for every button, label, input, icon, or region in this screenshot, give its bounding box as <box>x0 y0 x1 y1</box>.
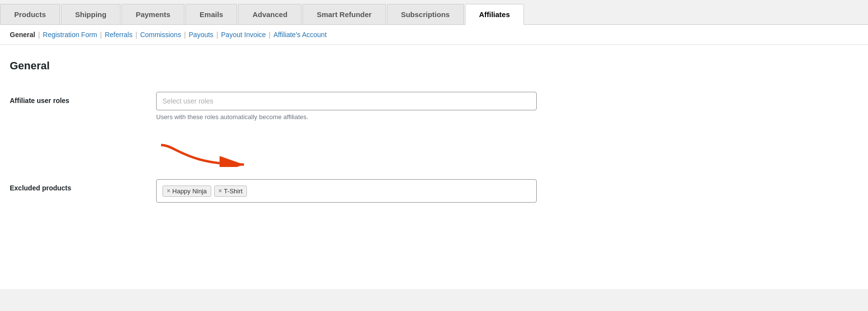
affiliate-user-roles-help: Users with these roles automatically bec… <box>156 113 537 121</box>
tab-emails[interactable]: Emails <box>185 4 237 24</box>
tab-payments[interactable]: Payments <box>121 4 184 24</box>
subnav-link-referrals[interactable]: Referrals <box>105 31 133 39</box>
affiliate-user-roles-field: Select user roles Users with these roles… <box>156 92 537 121</box>
tag-label-happy-ninja: Happy Ninja <box>172 187 207 195</box>
subnav-link-commissions[interactable]: Commissions <box>140 31 181 39</box>
tabs-bar: ProductsShippingPaymentsEmailsAdvancedSm… <box>0 0 868 25</box>
tab-smart-refunder[interactable]: Smart Refunder <box>303 4 386 24</box>
tag-label-t-shirt: T-Shirt <box>224 187 242 195</box>
main-content: General Affiliate user roles Select user… <box>0 45 868 289</box>
affiliate-user-roles-row: Affiliate user roles Select user roles U… <box>10 87 853 125</box>
tag-t-shirt: ×T-Shirt <box>214 186 247 197</box>
red-arrow-icon <box>156 140 263 167</box>
section-title: General <box>10 60 853 72</box>
excluded-products-label: Excluded products <box>10 179 156 192</box>
excluded-products-input[interactable]: ×Happy Ninja×T-Shirt <box>156 179 537 203</box>
tab-products[interactable]: Products <box>0 4 60 24</box>
tab-shipping[interactable]: Shipping <box>61 4 121 24</box>
tag-happy-ninja: ×Happy Ninja <box>162 186 211 197</box>
subnav-link-payout-invoice[interactable]: Payout Invoice <box>221 31 266 39</box>
affiliate-user-roles-input[interactable]: Select user roles <box>156 92 537 110</box>
tab-subscriptions[interactable]: Subscriptions <box>387 4 464 24</box>
affiliate-user-roles-label: Affiliate user roles <box>10 92 156 104</box>
sub-navigation: General|Registration Form|Referrals|Comm… <box>0 25 868 45</box>
tag-remove-t-shirt[interactable]: × <box>219 187 222 194</box>
subnav-link-payouts[interactable]: Payouts <box>189 31 214 39</box>
subnav-link-affiliates-account[interactable]: Affiliate's Account <box>274 31 327 39</box>
tab-advanced[interactable]: Advanced <box>238 4 302 24</box>
subnav-link-registration-form[interactable]: Registration Form <box>43 31 97 39</box>
excluded-products-row: Excluded products ×Happy Ninja×T-Shirt <box>10 174 853 207</box>
tab-affiliates[interactable]: Affiliates <box>465 4 524 25</box>
annotation-arrow <box>156 140 853 169</box>
tag-remove-happy-ninja[interactable]: × <box>167 187 170 194</box>
excluded-products-field: ×Happy Ninja×T-Shirt <box>156 179 537 203</box>
subnav-current: General <box>10 31 35 39</box>
